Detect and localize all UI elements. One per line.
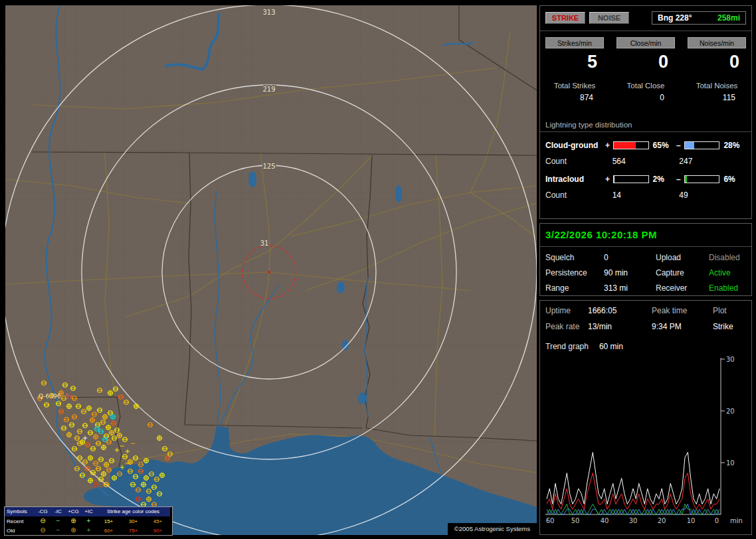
total-noises-value: 115 xyxy=(688,93,746,102)
age-45: 45+ xyxy=(145,518,170,524)
trend-graph-header: Trend graph 60 min xyxy=(545,342,746,351)
settings-row: Persistence 90 min Capture Active xyxy=(545,268,746,277)
trend-series-layer xyxy=(547,452,719,514)
age-60: 60+ xyxy=(96,528,121,534)
ring-label-31: 31 xyxy=(260,240,269,247)
legend-col-pos-cg: +CG xyxy=(66,507,81,516)
range-label: Range xyxy=(545,283,604,293)
squelch-value: 0 xyxy=(604,253,656,262)
trend-series-total-strikes xyxy=(547,452,719,504)
legend-symbols-header: Symbols xyxy=(5,507,35,516)
noise-mode-button[interactable]: NOISE xyxy=(589,12,629,24)
noises-per-min-button[interactable]: Noises/min xyxy=(688,37,746,48)
strike-mode-button[interactable]: STRIKE xyxy=(545,12,585,24)
legend-col-pos-ic: +IC xyxy=(81,507,96,516)
age-90: 90+ xyxy=(145,528,170,534)
map-viewport[interactable]: 313 219 125 31 Q-6396 5v ©2005 Astrogeni… xyxy=(5,5,537,535)
cloud-ground-row: Cloud-ground + 65% – 28% xyxy=(545,141,746,150)
lake xyxy=(337,281,345,293)
plus-sign: + xyxy=(604,141,611,150)
radar-map[interactable]: 313 219 125 31 Q-6396 5v xyxy=(5,5,537,535)
legend-col-neg-ic: -IC xyxy=(50,507,66,516)
pos-cg-recent-icon: ⊕ xyxy=(66,517,81,525)
settings-row: Squelch 0 Upload Disabled xyxy=(545,253,746,262)
cg-negative-bar xyxy=(684,141,720,149)
peak-time-label: Peak time xyxy=(652,306,713,315)
ic-positive-count: 14 xyxy=(613,191,680,200)
bearing-readout: Bng 228° 258mi xyxy=(652,11,746,25)
divider xyxy=(540,246,751,247)
minus-sign: – xyxy=(675,141,682,150)
ring-label-313: 313 xyxy=(262,9,275,16)
cg-negative-pct: 28% xyxy=(721,141,746,150)
ic-positive-bar xyxy=(613,175,649,183)
receiver-status: Enabled xyxy=(709,283,746,293)
upload-status: Disabled xyxy=(709,253,746,262)
station-marker xyxy=(268,271,270,273)
settings-row: Range 313 mi Receiver Enabled xyxy=(545,283,746,293)
trend-x-unit: min xyxy=(730,517,743,524)
settings-section: 3/22/2026 10:20:18 PM Squelch 0 Upload D… xyxy=(539,223,752,296)
count-label: Count xyxy=(545,157,613,166)
strike-legend: Symbols -CG -IC +CG +IC Strike age color… xyxy=(4,506,173,536)
svg-text:10: 10 xyxy=(687,517,696,524)
close-per-min-button[interactable]: Close/min xyxy=(616,37,675,48)
age-30: 30+ xyxy=(121,518,145,524)
pos-ic-recent-icon: + xyxy=(81,517,96,525)
close-per-min-value: 0 xyxy=(616,48,675,74)
persistence-value: 90 min xyxy=(604,268,656,277)
total-close-label: Total Close xyxy=(616,82,675,90)
range-value: 313 mi xyxy=(604,283,656,293)
strikes-per-min-button[interactable]: Strikes/min xyxy=(545,37,604,48)
minus-sign: – xyxy=(675,175,682,184)
cloud-ground-label: Cloud-ground xyxy=(545,141,604,150)
intracloud-count-row: Count 14 49 xyxy=(545,191,746,200)
trend-y-labels: 30 20 10 xyxy=(726,356,735,467)
ic-negative-count: 49 xyxy=(679,191,746,200)
neg-cg-old-icon: ⊖ xyxy=(35,526,50,534)
uptime-label: Uptime xyxy=(545,306,588,315)
peak-rate-label: Peak rate xyxy=(545,322,588,331)
bearing-value: Bng 228° xyxy=(658,13,692,23)
persistence-label: Persistence xyxy=(545,268,604,277)
divider xyxy=(540,31,751,31)
total-strikes-value: 874 xyxy=(545,93,604,102)
svg-text:30: 30 xyxy=(726,356,735,363)
side-panel: STRIKE NOISE Bng 228° 258mi Strikes/min … xyxy=(539,5,753,535)
trend-axes xyxy=(545,358,725,514)
svg-text:10: 10 xyxy=(726,459,735,467)
distribution-title: Lightning type distribution xyxy=(540,121,751,132)
ring-label-219: 219 xyxy=(262,86,275,93)
lake-pontchartrain xyxy=(84,487,129,506)
plot-value: Strike xyxy=(713,322,746,331)
svg-text:0: 0 xyxy=(715,517,719,524)
trend-graph-label: Trend graph xyxy=(545,342,589,351)
legend-col-neg-cg: -CG xyxy=(35,507,50,516)
intracloud-row: Intracloud + 2% – 6% xyxy=(545,175,746,184)
lake xyxy=(248,171,256,187)
plus-sign: + xyxy=(604,175,611,184)
count-label: Count xyxy=(545,191,613,200)
station-note: 5v xyxy=(65,393,73,400)
capture-status: Active xyxy=(709,268,746,277)
lake xyxy=(358,392,366,404)
trend-x-labels: 60 50 40 30 20 10 0 min xyxy=(546,517,743,524)
pos-ic-old-icon: + xyxy=(81,526,96,534)
stats-section: STRIKE NOISE Bng 228° 258mi Strikes/min … xyxy=(539,5,752,219)
legend-age-header: Strike age color codes xyxy=(96,507,170,516)
trend-window-value: 60 min xyxy=(599,342,623,351)
station-label: Q-6396 xyxy=(39,393,61,400)
neg-ic-old-icon: − xyxy=(50,526,66,534)
bearing-range: 258mi xyxy=(717,13,740,23)
svg-text:50: 50 xyxy=(571,517,580,524)
peak-rate-value: 13/min xyxy=(588,322,652,331)
cg-positive-pct: 65% xyxy=(651,141,676,150)
intracloud-label: Intracloud xyxy=(545,175,604,184)
datetime: 3/22/2026 10:20:18 PM xyxy=(545,229,746,240)
capture-label: Capture xyxy=(656,268,709,277)
svg-text:40: 40 xyxy=(601,517,609,524)
ic-positive-pct: 2% xyxy=(651,175,676,184)
total-close-value: 0 xyxy=(616,93,675,102)
svg-text:60: 60 xyxy=(546,517,555,524)
ic-negative-pct: 6% xyxy=(721,175,746,184)
